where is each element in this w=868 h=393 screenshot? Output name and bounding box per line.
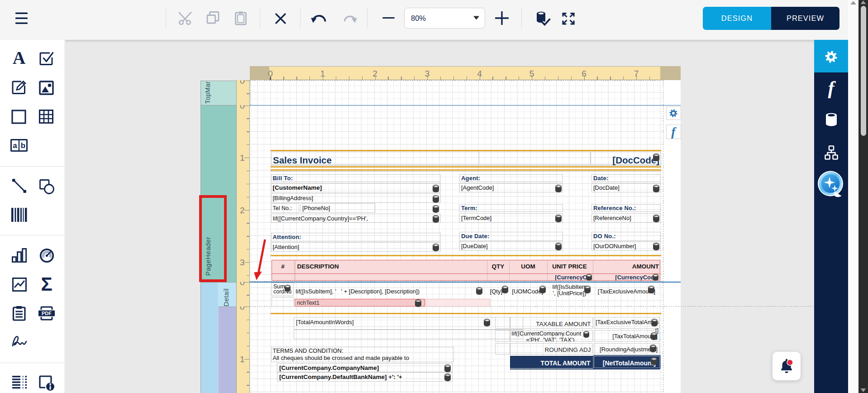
svg-text:a: a xyxy=(13,141,17,150)
svg-text:PDF: PDF xyxy=(42,311,52,316)
svg-text:b: b xyxy=(21,141,25,150)
